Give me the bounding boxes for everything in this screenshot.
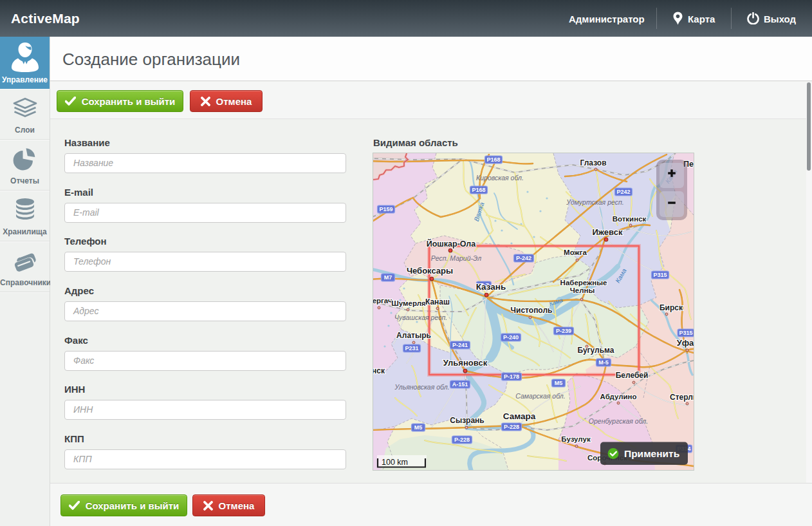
svg-text:Йошкар-Ола: Йошкар-Ола (427, 239, 477, 249)
svg-text:Шумерля: Шумерля (391, 299, 425, 307)
svg-text:Чистополь: Чистополь (511, 306, 553, 315)
svg-text:Сергач: Сергач (373, 297, 392, 305)
svg-text:Уфа: Уфа (677, 338, 694, 348)
svg-text:Глазов: Глазов (580, 158, 606, 167)
svg-text:нск: нск (373, 366, 385, 375)
svg-text:Бугульма: Бугульма (577, 346, 614, 355)
svg-text:Бирск: Бирск (660, 303, 683, 312)
svg-text:Набережные: Набережные (560, 279, 607, 286)
svg-text:Р-241: Р-241 (452, 342, 468, 348)
svg-text:Р-242: Р-242 (516, 255, 531, 261)
svg-text:Чебоксары: Чебоксары (407, 266, 453, 276)
svg-text:М5: М5 (414, 424, 423, 431)
svg-text:Чувашская респ.: Чувашская респ. (394, 314, 447, 321)
svg-text:Р168: Р168 (486, 156, 500, 163)
svg-text:Алатырь: Алатырь (396, 331, 431, 340)
svg-text:Р242: Р242 (616, 189, 630, 195)
svg-text:Р-178: Р-178 (504, 373, 519, 380)
svg-text:М7: М7 (384, 274, 392, 281)
svg-text:Канаш: Канаш (425, 297, 450, 306)
svg-text:М-5: М-5 (598, 359, 609, 366)
svg-text:Воткинск: Воткинск (613, 215, 647, 223)
svg-text:Р231: Р231 (405, 345, 418, 352)
svg-text:100 km: 100 km (382, 458, 408, 467)
svg-text:Ульяновск: Ульяновск (443, 358, 488, 368)
svg-text:Ижевск: Ижевск (592, 227, 623, 237)
svg-text:Казань: Казань (476, 282, 506, 292)
svg-text:М5: М5 (555, 380, 563, 386)
svg-text:Р159: Р159 (379, 206, 392, 212)
svg-text:Кировская обл.: Кировская обл. (476, 174, 524, 182)
svg-text:Респ. Марий-Эл: Респ. Марий-Эл (431, 254, 481, 262)
svg-text:Р-228: Р-228 (504, 424, 519, 430)
svg-text:Белебей: Белебей (616, 371, 649, 380)
svg-text:Стерлитамак: Стерлитамак (670, 393, 694, 402)
svg-text:Абдулино: Абдулино (600, 393, 636, 400)
svg-text:Оренбургская обл.: Оренбургская обл. (589, 417, 648, 425)
svg-text:Сызрань: Сызрань (450, 416, 484, 425)
svg-text:Можга: Можга (564, 249, 587, 256)
svg-text:Самарская обл.: Самарская обл. (515, 392, 565, 400)
svg-text:Самара: Самара (503, 411, 536, 421)
svg-text:Челны: Челны (570, 286, 595, 294)
svg-text:Р315: Р315 (679, 330, 692, 336)
svg-text:Р-240: Р-240 (503, 334, 519, 341)
svg-text:Р-228: Р-228 (454, 437, 470, 443)
svg-text:Р-239: Р-239 (556, 328, 571, 334)
svg-text:Ульяновская обл.: Ульяновская обл. (394, 383, 449, 391)
svg-text:Бузулук: Бузулук (561, 435, 591, 443)
svg-text:А-151: А-151 (452, 381, 468, 388)
svg-text:Удмуртская респ.: Удмуртская респ. (566, 198, 623, 206)
svg-text:Р315: Р315 (653, 272, 667, 278)
svg-text:Р168: Р168 (472, 187, 485, 193)
svg-text:Применить: Применить (624, 448, 679, 459)
